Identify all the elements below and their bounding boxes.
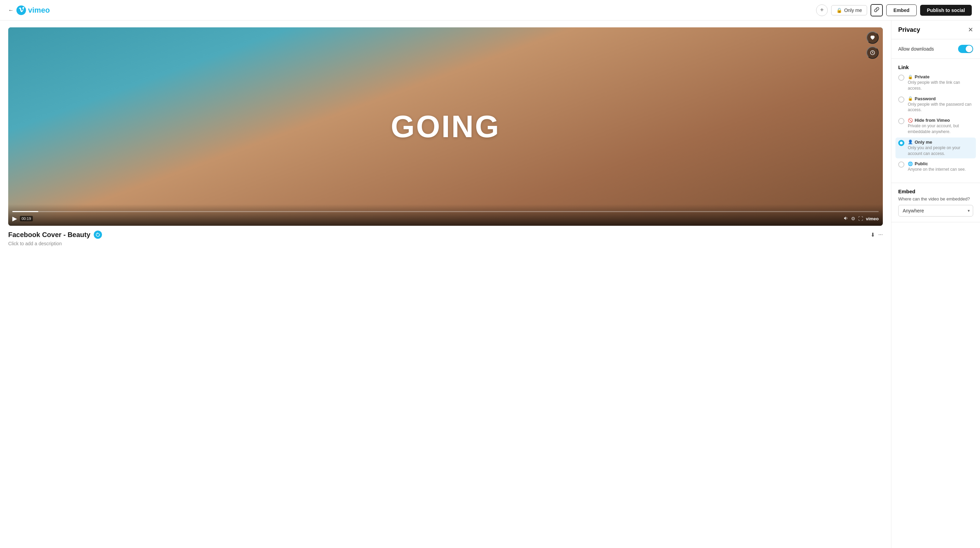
- back-arrow-icon[interactable]: ←: [8, 7, 14, 13]
- play-button[interactable]: ▶: [12, 215, 17, 222]
- close-icon[interactable]: ✕: [968, 26, 973, 33]
- privacy-only-me-button[interactable]: 🔒 Only me: [831, 5, 867, 15]
- radio-password-sublabel: Only people with the password can access…: [908, 102, 973, 113]
- radio-hide-sublabel: Private on your account, but embeddable …: [908, 123, 973, 135]
- globe-icon: 🌐: [908, 162, 913, 166]
- lock-password-icon: 🔒: [908, 96, 913, 101]
- radio-private: [898, 75, 904, 81]
- link-section-title: Link: [898, 64, 973, 70]
- processing-status-icon: [94, 230, 102, 239]
- expand-icon[interactable]: ⛶: [858, 216, 863, 221]
- lock-icon: 🔒: [836, 8, 842, 13]
- radio-private-label: Private: [915, 74, 929, 79]
- radio-public-label: Public: [915, 161, 928, 166]
- video-area: GOING ▶ 00:19: [0, 21, 891, 548]
- like-button[interactable]: [866, 32, 879, 44]
- link-button[interactable]: [870, 4, 883, 16]
- time-display: 00:19: [20, 216, 33, 221]
- nav-right: + 🔒 Only me Embed Publish to social: [816, 4, 972, 16]
- more-options-icon[interactable]: ···: [878, 232, 883, 238]
- controls-right: ⚙ ⛶ vimeo: [843, 216, 879, 222]
- only-me-label: Only me: [844, 8, 862, 13]
- radio-option-hide[interactable]: 🚫 Hide from Vimeo Private on your accoun…: [898, 118, 973, 135]
- radio-password-label-row: 🔒 Password: [908, 96, 973, 101]
- embed-title: Embed: [898, 189, 973, 194]
- embed-select-wrapper: Anywhere Nowhere Specific domains ▾: [898, 205, 973, 216]
- publish-to-social-button[interactable]: Publish to social: [920, 5, 972, 16]
- allow-downloads-label: Allow downloads: [898, 46, 934, 52]
- settings-icon[interactable]: ⚙: [851, 216, 856, 221]
- video-top-icons: [866, 32, 879, 59]
- video-overlay-text: GOING: [391, 109, 500, 145]
- video-title-row: Facebook Cover - Beauty ⬇ ···: [8, 230, 883, 239]
- progress-bar[interactable]: [12, 211, 879, 212]
- panel-title: Privacy: [898, 26, 920, 33]
- link-section: Link 🔒 Private Only people with the link…: [891, 59, 980, 183]
- radio-option-public[interactable]: 🌐 Public Anyone on the internet can see.: [898, 161, 973, 172]
- controls-row: ▶ 00:19 ⚙ ⛶ vimeo: [12, 215, 879, 222]
- radio-only-me-sublabel: Only you and people on your account can …: [908, 145, 973, 157]
- radio-hide-label: Hide from Vimeo: [915, 118, 950, 123]
- vimeo-watermark: vimeo: [866, 216, 879, 221]
- radio-only-me-content: 👤 Only me Only you and people on your ac…: [908, 140, 973, 157]
- privacy-panel: Privacy ✕ Allow downloads Link 🔒 Private: [891, 21, 980, 548]
- download-icon[interactable]: ⬇: [870, 232, 875, 238]
- link-icon: [874, 7, 880, 13]
- radio-only-me: [898, 140, 904, 146]
- video-controls: ▶ 00:19 ⚙ ⛶ vimeo: [8, 204, 883, 226]
- embed-button[interactable]: Embed: [886, 5, 917, 16]
- radio-option-private[interactable]: 🔒 Private Only people with the link can …: [898, 74, 973, 91]
- radio-private-label-row: 🔒 Private: [908, 74, 973, 79]
- allow-downloads-row: Allow downloads: [898, 45, 973, 53]
- radio-option-password[interactable]: 🔒 Password Only people with the password…: [898, 96, 973, 113]
- radio-only-me-label-row: 👤 Only me: [908, 140, 973, 145]
- lock-private-icon: 🔒: [908, 75, 913, 79]
- toggle-knob: [966, 46, 972, 52]
- radio-password-label: Password: [915, 96, 935, 101]
- radio-public-content: 🌐 Public Anyone on the internet can see.: [908, 161, 966, 172]
- video-title: Facebook Cover - Beauty: [8, 231, 90, 239]
- embed-section: Embed Where can the video be embedded? A…: [891, 183, 980, 222]
- volume-icon[interactable]: [843, 216, 848, 222]
- vimeo-logo[interactable]: vimeo: [16, 5, 50, 15]
- embed-question: Where can the video be embedded?: [898, 196, 973, 202]
- radio-hide-label-row: 🚫 Hide from Vimeo: [908, 118, 973, 123]
- hide-icon: 🚫: [908, 118, 913, 123]
- main-content: GOING ▶ 00:19: [0, 21, 980, 548]
- radio-public-sublabel: Anyone on the internet can see.: [908, 167, 966, 172]
- radio-public: [898, 162, 904, 168]
- add-button[interactable]: +: [816, 5, 828, 16]
- allow-downloads-section: Allow downloads: [891, 39, 980, 59]
- panel-header: Privacy ✕: [891, 21, 980, 39]
- video-player[interactable]: GOING ▶ 00:19: [8, 27, 883, 226]
- topnav: ← vimeo + 🔒 Only me Embed Publish to soc…: [0, 0, 980, 21]
- embed-select[interactable]: Anywhere Nowhere Specific domains: [898, 205, 973, 216]
- person-icon: 👤: [908, 140, 913, 145]
- video-description[interactable]: Click to add a description: [8, 241, 883, 246]
- nav-left: ← vimeo: [8, 5, 50, 15]
- radio-password: [898, 97, 904, 103]
- clock-button[interactable]: [866, 46, 879, 59]
- radio-public-label-row: 🌐 Public: [908, 161, 966, 166]
- radio-hide-content: 🚫 Hide from Vimeo Private on your accoun…: [908, 118, 973, 135]
- radio-only-me-label: Only me: [915, 140, 932, 145]
- allow-downloads-toggle[interactable]: [958, 45, 973, 53]
- radio-hide: [898, 118, 904, 124]
- radio-password-content: 🔒 Password Only people with the password…: [908, 96, 973, 113]
- title-actions: ⬇ ···: [870, 232, 883, 238]
- progress-fill: [12, 211, 38, 212]
- radio-private-content: 🔒 Private Only people with the link can …: [908, 74, 973, 91]
- radio-option-only-me[interactable]: 👤 Only me Only you and people on your ac…: [896, 138, 976, 159]
- video-info: Facebook Cover - Beauty ⬇ ··· Click to a…: [8, 230, 883, 246]
- radio-private-sublabel: Only people with the link can access.: [908, 80, 973, 91]
- vimeo-logo-text: vimeo: [28, 6, 50, 15]
